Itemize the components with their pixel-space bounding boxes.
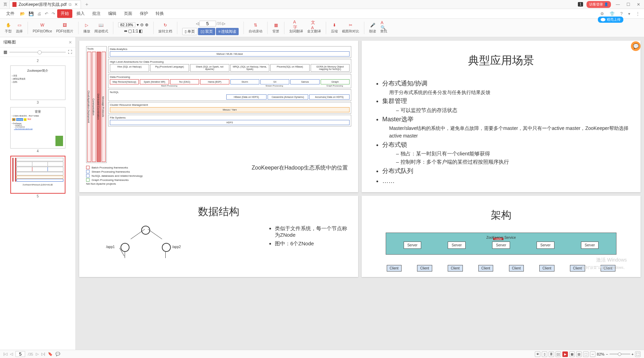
view-outline-icon[interactable]: ▤: [576, 351, 582, 357]
document-viewer[interactable]: Tools Cloud Application Deployment Commu…: [76, 37, 644, 350]
menu-bar: 文件 📂 💾 🖨 ↶ ↷ 开始 插入 批注 编辑 页面 保护 转换 ⚙ 👕 ? …: [0, 9, 644, 19]
zoom-slider[interactable]: [610, 354, 630, 355]
cloud-upload-promo[interactable]: 稻壳上传: [598, 17, 623, 23]
close-window-button[interactable]: ✕: [635, 2, 642, 7]
view-continuous-icon[interactable]: ≣: [549, 351, 554, 357]
zoom-dropdown-icon[interactable]: ▾: [137, 22, 139, 27]
continuous-button[interactable]: ≡ 连续阅读: [216, 28, 239, 35]
close-panel-icon[interactable]: ✕: [69, 40, 72, 45]
thumbnail-title: 缩略图: [3, 39, 16, 45]
view-grid-icon[interactable]: ▦: [569, 351, 575, 357]
page-input[interactable]: [199, 21, 216, 27]
page-7: 数据结构 /app1 /app2 类似于文件系统，每一个节点称为ZNode 图中…: [79, 196, 358, 277]
background-tool[interactable]: ▦背景: [271, 22, 281, 34]
pdf-to-image[interactable]: 🖼PDF转图片: [55, 22, 75, 34]
page8-title: 架构: [368, 208, 634, 222]
crop-compare-tool[interactable]: ✂截图和对比: [341, 22, 361, 34]
prev-page-icon[interactable]: ◁: [196, 21, 199, 26]
page-nav: ◁ /35 ▷ ▯ 单页 ▯▯ 双页 ≡ 连续阅读: [181, 21, 240, 35]
next-page-icon[interactable]: ▷: [222, 21, 225, 26]
find-tool[interactable]: A🔍查找: [379, 22, 388, 34]
main-split: 缩略图 ✕ ▦ ⛶ 2 Zookeeper简介 • 背景 • 典型应用场景 • …: [0, 37, 644, 350]
page-6: 典型应用场景 分布式通知/协调用于分布式系统的任务分发与任务执行结果反馈 集群管…: [362, 41, 641, 192]
more-icon[interactable]: ⋮: [634, 11, 641, 16]
menu-insert[interactable]: 插入: [73, 9, 88, 18]
tab-duplicate-icon[interactable]: ⧉: [69, 2, 72, 7]
thumb-expand-icon[interactable]: ⛶: [68, 50, 72, 54]
collapse-ribbon-icon[interactable]: ▾: [627, 11, 632, 16]
file-tab[interactable]: ZooKeeper原理与实战.pdf ⧉ ✕: [9, 0, 81, 9]
bookmark-icon[interactable]: 🔖: [48, 352, 53, 356]
guest-login-button[interactable]: 访客登录 👤: [586, 1, 611, 8]
autoscroll-tool[interactable]: ⇅自动滚动: [247, 22, 264, 34]
rotate-tool[interactable]: ↻旋转文档: [157, 22, 174, 34]
file-menu[interactable]: 文件: [3, 9, 18, 18]
file-tab-label: ZooKeeper原理与实战.pdf: [19, 2, 66, 8]
thumb-number: 4: [0, 149, 75, 153]
menu-convert[interactable]: 转换: [152, 9, 167, 18]
fit-page-icon[interactable]: ⬚: [583, 351, 589, 357]
status-page-input[interactable]: [15, 351, 25, 357]
thumbnail-page-3[interactable]: 背景 • 开源的大数据系统，类似于动物园 👤 hadoop ⬡ TEZ • Zo…: [10, 107, 65, 149]
hand-tool[interactable]: ✋手型: [3, 22, 13, 34]
minimize-button[interactable]: —: [614, 2, 621, 7]
fit-width-icon[interactable]: ↔: [590, 351, 595, 357]
assistant-bubble[interactable]: 💬: [631, 41, 641, 51]
menu-page[interactable]: 页面: [121, 9, 136, 18]
wordtrans-tool[interactable]: A字划词翻译: [288, 22, 304, 34]
thumbnail-page-4[interactable]: ZooKeeper在Hadoop生态系统中的位置: [10, 156, 65, 194]
last-page-icon[interactable]: ▷|: [41, 352, 45, 356]
read-aloud-tool[interactable]: 🎤朗读: [368, 22, 377, 34]
pdf-to-office[interactable]: WPDF转Office: [31, 22, 53, 34]
select-tool[interactable]: ▭选择: [14, 22, 24, 34]
zoom-input[interactable]: [118, 22, 135, 27]
fit-page-icon[interactable]: ▢: [128, 29, 132, 33]
double-page-button[interactable]: ▯▯ 双页: [198, 28, 215, 35]
view-single-icon[interactable]: ▯: [542, 351, 547, 357]
fullscreen-icon[interactable]: ⛶: [635, 351, 641, 357]
help-icon[interactable]: ?: [619, 11, 624, 16]
next-page-icon[interactable]: ▷: [36, 352, 39, 356]
first-page-icon[interactable]: |◁: [3, 352, 7, 356]
thumbnail-page-2[interactable]: Zookeeper简介 • 背景 • 典型应用场景 • 架构: [10, 65, 65, 100]
settings-icon[interactable]: ⚙: [599, 11, 605, 16]
single-page-button[interactable]: ▯ 单页: [182, 28, 197, 35]
comment-icon[interactable]: 💬: [55, 352, 60, 356]
fulltrans-tool[interactable]: 文A全文翻译: [306, 22, 322, 34]
pdf-icon: [12, 2, 17, 7]
zoom-in-icon[interactable]: ⊕: [145, 22, 148, 27]
maximize-button[interactable]: ☐: [625, 2, 632, 7]
open-icon[interactable]: 📂: [19, 11, 27, 16]
undo-icon[interactable]: ↶: [43, 11, 50, 16]
page-total: /35: [217, 21, 222, 25]
fit-width-icon[interactable]: ⬌: [124, 29, 127, 33]
thumb-number: 2: [0, 59, 75, 63]
page-8: 架构 ZooKeeper Service Server Server Leade…: [362, 196, 641, 277]
prev-page-icon[interactable]: ◁: [10, 352, 13, 356]
compress-tool[interactable]: ⬇压缩: [330, 22, 339, 34]
indicator-badge: 1: [578, 2, 583, 7]
redo-icon[interactable]: ↷: [50, 11, 56, 16]
zoom-in-icon[interactable]: +: [632, 352, 634, 356]
view-eye-icon[interactable]: 👁: [535, 351, 540, 357]
cloud-icon: [601, 18, 605, 21]
zoom-out-icon[interactable]: −: [606, 352, 608, 356]
save-icon[interactable]: 💾: [27, 11, 35, 16]
thumb-grid-icon[interactable]: ▦: [3, 50, 7, 54]
view-slideshow-icon[interactable]: ▶: [562, 351, 568, 357]
print-icon[interactable]: 🖨: [36, 11, 43, 16]
menu-edit[interactable]: 编辑: [105, 9, 120, 18]
thumb-size-slider[interactable]: [9, 52, 66, 53]
read-mode[interactable]: 📖阅读模式: [93, 22, 110, 34]
menu-annotate[interactable]: 批注: [89, 9, 104, 18]
view-double-icon[interactable]: ▯▯: [555, 351, 561, 357]
new-tab-button[interactable]: ＋: [84, 1, 89, 8]
menu-start[interactable]: 开始: [57, 9, 72, 18]
fit-visible-icon[interactable]: ◧: [139, 29, 143, 33]
menu-protect[interactable]: 保护: [136, 9, 152, 18]
zoom-out-icon[interactable]: ⊖: [140, 22, 144, 27]
play-button[interactable]: ▷播放: [82, 22, 92, 34]
skin-icon[interactable]: 👕: [608, 11, 616, 16]
actual-size-icon[interactable]: 1:1: [133, 29, 138, 33]
tab-close-icon[interactable]: ✕: [74, 2, 78, 7]
